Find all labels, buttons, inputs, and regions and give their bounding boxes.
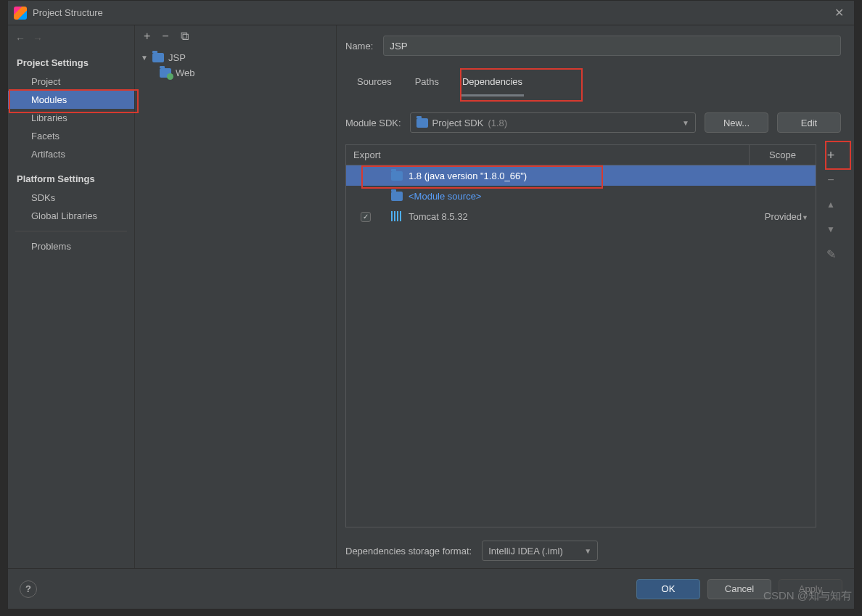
remove-module-icon[interactable]: −	[162, 30, 168, 43]
header-scope: Scope	[749, 145, 816, 165]
storage-label: Dependencies storage format:	[345, 546, 472, 557]
add-dependency-icon[interactable]: +	[823, 147, 839, 163]
sdk-folder-icon	[416, 118, 428, 128]
sidebar-item-global-libraries[interactable]: Global Libraries	[8, 207, 134, 225]
ok-button[interactable]: OK	[636, 579, 700, 599]
export-checkbox[interactable]: ✓	[361, 212, 371, 222]
move-down-icon[interactable]: ▼	[823, 221, 839, 237]
sidebar-item-problems[interactable]: Problems	[8, 237, 134, 255]
tab-sources[interactable]: Sources	[356, 72, 393, 96]
chevron-down-icon: ▼	[584, 547, 591, 555]
sidebar-section-project: Project Settings	[8, 47, 134, 73]
tree-node-label: JSP	[168, 52, 186, 63]
deps-row-text: <Module source>	[409, 191, 481, 202]
library-icon	[391, 211, 403, 221]
tab-dependencies[interactable]: Dependencies	[461, 72, 524, 96]
sdk-edit-button[interactable]: Edit	[777, 112, 841, 133]
sdk-row: Module SDK: Project SDK (1.8) ▼ New... E…	[345, 112, 841, 133]
chevron-down-icon: ▼	[682, 119, 689, 127]
cancel-button[interactable]: Cancel	[707, 579, 771, 599]
window-title: Project Structure	[33, 7, 830, 18]
module-sdk-dropdown[interactable]: Project SDK (1.8) ▼	[410, 112, 696, 133]
sidebar-item-modules[interactable]: Modules	[8, 91, 134, 109]
project-structure-dialog: Project Structure ✕ ← → Project Settings…	[7, 0, 855, 609]
deps-row-jdk[interactable]: 1.8 (java version "1.8.0_66")	[346, 165, 816, 186]
module-tabs: Sources Paths Dependencies	[356, 72, 841, 96]
web-folder-icon	[160, 68, 171, 78]
sdk-label: Module SDK:	[345, 118, 401, 128]
sidebar-item-artifacts[interactable]: Artifacts	[8, 145, 134, 163]
name-row: Name:	[345, 36, 841, 56]
sidebar-item-facets[interactable]: Facets	[8, 127, 134, 145]
tree-node-web[interactable]: Web	[135, 65, 336, 81]
header-export: Export	[346, 149, 385, 160]
module-source-icon	[391, 192, 403, 201]
module-tree: ▼ JSP Web	[135, 47, 336, 568]
tree-node-jsp[interactable]: ▼ JSP	[135, 50, 336, 65]
expander-icon[interactable]: ▼	[141, 54, 148, 62]
sidebar-divider	[15, 231, 127, 231]
storage-format-dropdown[interactable]: IntelliJ IDEA (.iml) ▼	[482, 541, 598, 561]
edit-dependency-icon[interactable]: ✎	[823, 246, 839, 262]
sidebar-item-project[interactable]: Project	[8, 73, 134, 91]
titlebar: Project Structure ✕	[8, 1, 854, 25]
module-folder-icon	[152, 53, 164, 62]
sdk-hint: (1.8)	[488, 118, 507, 128]
module-name-input[interactable]	[383, 36, 841, 56]
module-tree-panel: + − ⧉ ▼ JSP Web	[135, 25, 337, 568]
deps-sidetools: + − ▲ ▼ ✎	[821, 144, 841, 527]
sidebar-item-sdks[interactable]: SDKs	[8, 189, 134, 207]
jdk-icon	[391, 171, 403, 181]
add-module-icon[interactable]: +	[144, 30, 150, 43]
copy-module-icon[interactable]: ⧉	[181, 30, 189, 43]
apply-button[interactable]: Apply	[779, 579, 842, 599]
deps-header: Export Scope	[346, 145, 816, 165]
tab-paths[interactable]: Paths	[414, 72, 440, 96]
sdk-new-button[interactable]: New...	[705, 112, 768, 133]
dependencies-area: Export Scope 1.8 (java version "1.8.0_66…	[345, 144, 841, 527]
help-icon[interactable]: ?	[20, 580, 37, 598]
remove-dependency-icon[interactable]: −	[823, 172, 839, 188]
deps-row-text: Tomcat 8.5.32	[409, 211, 468, 222]
tree-toolbar: + − ⧉	[135, 25, 336, 47]
deps-row-tomcat[interactable]: ✓ Tomcat 8.5.32 Provided▼	[346, 206, 816, 226]
sidebar-item-libraries[interactable]: Libraries	[8, 109, 134, 127]
deps-row-module-source[interactable]: <Module source>	[346, 186, 816, 206]
dialog-button-bar: ? OK Cancel Apply	[8, 568, 854, 609]
forward-icon[interactable]: →	[33, 33, 43, 44]
module-details-panel: Name: Sources Paths Dependencies Module …	[337, 25, 854, 568]
name-label: Name:	[345, 41, 373, 52]
storage-row: Dependencies storage format: IntelliJ ID…	[345, 541, 841, 561]
app-icon	[14, 7, 27, 20]
move-up-icon[interactable]: ▲	[823, 197, 839, 213]
settings-sidebar: ← → Project Settings Project Modules Lib…	[8, 25, 135, 568]
deps-row-text: 1.8 (java version "1.8.0_66")	[409, 171, 527, 181]
tree-node-label: Web	[176, 67, 195, 78]
close-icon[interactable]: ✕	[830, 4, 848, 21]
sidebar-nav: ← →	[8, 30, 134, 47]
deps-row-scope[interactable]: Provided▼	[749, 211, 816, 222]
sdk-value: Project SDK	[432, 118, 484, 128]
back-icon[interactable]: ←	[15, 33, 25, 44]
dependencies-table: Export Scope 1.8 (java version "1.8.0_66…	[345, 144, 816, 527]
storage-value: IntelliJ IDEA (.iml)	[488, 546, 563, 557]
sidebar-section-platform: Platform Settings	[8, 163, 134, 189]
